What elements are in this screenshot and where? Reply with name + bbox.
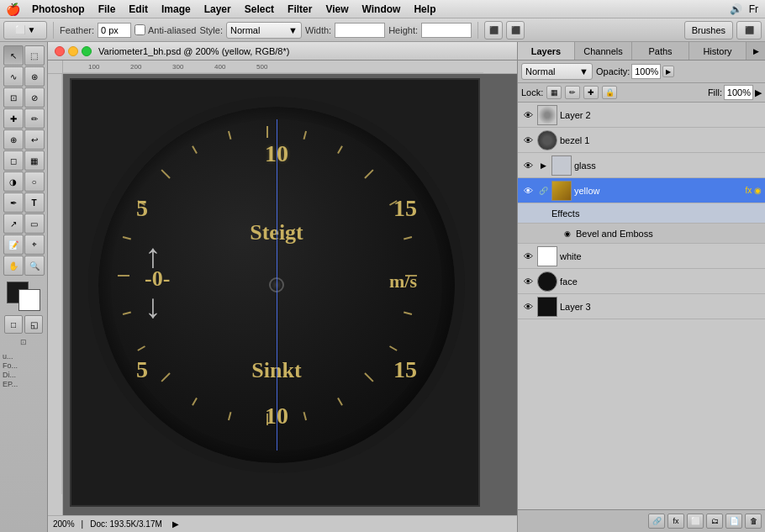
rectangular-marquee-tool[interactable]: ⬜ ▼ xyxy=(3,21,47,40)
width-input[interactable] xyxy=(335,23,385,38)
history-brush-tool[interactable]: ↩ xyxy=(24,129,45,150)
blur-tool[interactable]: ◑ xyxy=(3,171,24,192)
menu-image[interactable]: Image xyxy=(155,0,198,18)
normal-mode-button[interactable]: □ xyxy=(4,315,23,334)
height-input[interactable] xyxy=(421,23,472,38)
new-group-button[interactable]: 🗂 xyxy=(706,514,723,529)
opacity-input[interactable] xyxy=(631,64,661,79)
tab-layers[interactable]: Layers xyxy=(518,42,575,60)
delete-layer-button[interactable]: 🗑 xyxy=(745,514,762,529)
menu-help[interactable]: Help xyxy=(407,0,442,18)
blend-mode-select[interactable]: Normal ▼ xyxy=(521,63,593,80)
style-select[interactable]: Normal ▼ xyxy=(226,22,302,39)
healing-tool[interactable]: ✚ xyxy=(3,108,24,129)
lock-transparent-icon[interactable]: ▦ xyxy=(546,86,562,99)
opacity-arrow[interactable]: ▶ xyxy=(662,66,674,77)
selection-tool-group: ⬜ ▼ xyxy=(3,21,47,40)
anti-alias-checkbox[interactable] xyxy=(135,24,145,35)
opacity-label: Opacity: xyxy=(596,66,630,76)
feather-input[interactable] xyxy=(98,23,131,38)
apple-menu[interactable]: 🍎 xyxy=(0,3,25,16)
layer-visibility-layer3[interactable]: 👁 xyxy=(521,300,535,313)
toolbar-icon-1[interactable]: ⬛ xyxy=(484,21,503,40)
magic-wand-tool[interactable]: ⊛ xyxy=(24,66,45,87)
selection-tool[interactable]: ⬚ xyxy=(24,45,45,66)
eyedropper2-tool[interactable]: ⌖ xyxy=(24,234,45,255)
eraser-tool[interactable]: ◻ xyxy=(3,150,24,171)
menu-view[interactable]: View xyxy=(319,0,355,18)
menu-layer[interactable]: Layer xyxy=(198,0,238,18)
tool-row-3: ⊡ ⊘ xyxy=(3,87,45,108)
crop-tool[interactable]: ⊡ xyxy=(3,87,24,108)
layer-visibility-face[interactable]: 👁 xyxy=(521,275,535,288)
layer-item-layer2[interactable]: 👁 Layer 2 xyxy=(518,103,765,128)
tab-channels[interactable]: Channels xyxy=(575,42,632,60)
style-value: Normal xyxy=(230,25,260,35)
canvas-document[interactable]: 10 5 15 Steigt -0- ↑ ↓ xyxy=(63,74,517,515)
layers-panel-menu[interactable]: ▶ xyxy=(747,42,765,60)
fill-arrow[interactable]: ▶ xyxy=(755,87,762,98)
gradient-tool[interactable]: ▦ xyxy=(24,150,45,171)
window-minimize-button[interactable] xyxy=(68,46,78,56)
menu-file[interactable]: File xyxy=(92,0,123,18)
pen-tool[interactable]: ✒ xyxy=(3,192,24,213)
notes-tool[interactable]: 📝 xyxy=(3,234,24,255)
lock-image-icon[interactable]: ✏ xyxy=(565,86,580,99)
add-style-button[interactable]: fx xyxy=(667,514,684,529)
brushes-button[interactable]: Brushes xyxy=(684,21,733,40)
menu-photoshop[interactable]: Photoshop xyxy=(25,0,92,18)
layer-item-glass[interactable]: 👁 ▶ glass xyxy=(518,153,765,178)
tab-paths[interactable]: Paths xyxy=(632,42,689,60)
lock-position-icon[interactable]: ✚ xyxy=(583,86,599,99)
layer-item-bezel1[interactable]: 👁 bezel 1 xyxy=(518,128,765,153)
fill-input[interactable] xyxy=(724,85,753,100)
window-maximize-button[interactable] xyxy=(82,46,92,56)
tool-options-button[interactable]: ⬛ xyxy=(736,21,762,40)
layer-link-yellow[interactable]: 🔗 xyxy=(537,185,549,197)
effects-header[interactable]: Effects xyxy=(518,203,765,224)
eyedropper-tool[interactable]: ⊘ xyxy=(24,87,45,108)
fill-label: Fill: xyxy=(708,87,722,97)
svg-line-29 xyxy=(138,346,145,350)
quick-mask-button[interactable]: ◱ xyxy=(24,315,43,334)
layer-visibility-white[interactable]: 👁 xyxy=(521,250,535,263)
layer-item-face[interactable]: 👁 face xyxy=(518,269,765,294)
layer-name-bezel1: bezel 1 xyxy=(560,135,762,145)
link-layers-button[interactable]: 🔗 xyxy=(648,514,665,529)
dodge-tool[interactable]: ○ xyxy=(24,171,45,192)
new-layer-button[interactable]: 📄 xyxy=(725,514,742,529)
lasso-tool[interactable]: ∿ xyxy=(3,66,24,87)
layer-item-yellow[interactable]: 👁 🔗 yellow fx ◉ xyxy=(518,178,765,203)
zoom-tool[interactable]: 🔍 xyxy=(24,255,45,276)
shape-tool[interactable]: ▭ xyxy=(24,213,45,234)
lock-all-icon[interactable]: 🔒 xyxy=(602,86,617,99)
move-tool[interactable]: ↖ xyxy=(3,45,24,66)
statusbar-arrow[interactable]: ▶ xyxy=(172,519,179,529)
clone-tool[interactable]: ⊕ xyxy=(3,129,24,150)
menu-window[interactable]: Window xyxy=(356,0,408,18)
brush-tool[interactable]: ✏ xyxy=(24,108,45,129)
layer-visibility-bezel1[interactable]: 👁 xyxy=(521,134,535,147)
text-tool[interactable]: T xyxy=(24,192,45,213)
side-label-u: u... xyxy=(3,352,45,361)
layer-visibility-glass[interactable]: 👁 xyxy=(521,159,535,172)
toolbar-icon-2[interactable]: ⬛ xyxy=(506,21,525,40)
mask-buttons: □ ◱ xyxy=(4,315,43,334)
layer-item-layer3[interactable]: 👁 Layer 3 xyxy=(518,294,765,319)
user-indicator: Fr xyxy=(749,3,758,15)
layer-expand-glass[interactable]: ▶ xyxy=(537,160,549,171)
menu-filter[interactable]: Filter xyxy=(281,0,319,18)
layer-item-white[interactable]: 👁 white xyxy=(518,244,765,269)
layer-visibility-layer2[interactable]: 👁 xyxy=(521,108,535,122)
layer-visibility-yellow[interactable]: 👁 xyxy=(521,184,535,198)
screen-mode-button[interactable]: ⊡ xyxy=(20,338,27,346)
menu-edit[interactable]: Edit xyxy=(122,0,155,18)
path-select-tool[interactable]: ↗ xyxy=(3,213,24,234)
add-mask-button[interactable]: ⬜ xyxy=(687,514,704,529)
tab-history[interactable]: History xyxy=(689,42,747,60)
hand-tool[interactable]: ✋ xyxy=(3,255,24,276)
menu-select[interactable]: Select xyxy=(238,0,281,18)
background-color[interactable] xyxy=(18,289,40,311)
window-close-button[interactable] xyxy=(55,46,65,56)
effect-bevel-emboss[interactable]: ◉ Bevel and Emboss xyxy=(518,224,765,244)
